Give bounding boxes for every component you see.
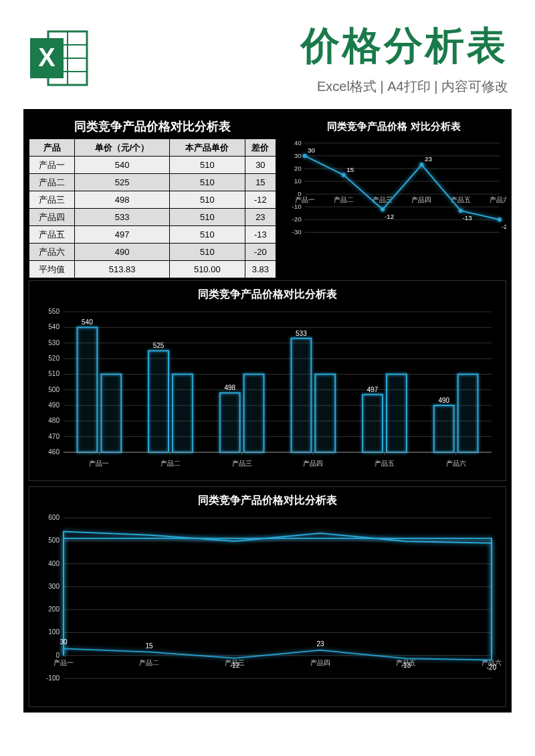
- svg-text:15: 15: [145, 642, 153, 650]
- svg-rect-83: [362, 395, 383, 452]
- svg-text:23: 23: [425, 155, 432, 163]
- page-header: X 价格分析表 Excel格式 | A4打印 | 内容可修改: [0, 0, 535, 109]
- svg-text:产品一: 产品一: [54, 659, 74, 666]
- svg-rect-70: [173, 374, 193, 452]
- footer-avg-price: 513.83: [75, 261, 169, 278]
- svg-text:500: 500: [48, 386, 60, 393]
- svg-text:540: 540: [48, 323, 60, 330]
- table-row: 产品五497510-13: [29, 226, 276, 244]
- svg-text:产品三: 产品三: [232, 460, 252, 467]
- svg-text:498: 498: [224, 384, 235, 391]
- svg-rect-80: [315, 374, 335, 452]
- svg-text:490: 490: [48, 401, 60, 409]
- svg-text:480: 480: [48, 417, 60, 424]
- svg-text:产品四: 产品四: [310, 659, 330, 666]
- svg-text:30: 30: [308, 147, 315, 154]
- svg-text:540: 540: [82, 318, 93, 326]
- svg-text:-30: -30: [292, 228, 302, 235]
- svg-rect-73: [220, 393, 240, 452]
- footer-label: 平均值: [29, 261, 75, 278]
- svg-rect-85: [387, 374, 407, 452]
- svg-text:300: 300: [48, 583, 60, 590]
- svg-text:-12: -12: [230, 662, 240, 669]
- svg-rect-63: [77, 327, 97, 452]
- svg-rect-88: [434, 405, 454, 452]
- svg-text:产品六: 产品六: [490, 195, 506, 203]
- svg-text:产品五: 产品五: [374, 460, 395, 467]
- svg-text:产品六: 产品六: [446, 460, 466, 467]
- svg-text:-12: -12: [385, 212, 394, 219]
- svg-text:产品一: 产品一: [295, 195, 315, 203]
- svg-text:520: 520: [48, 355, 60, 362]
- combo-chart-panel: 同类竞争产品价格对比分析表 -1000100200300400500600产品一…: [29, 486, 506, 707]
- svg-text:30: 30: [294, 151, 302, 159]
- svg-text:600: 600: [48, 514, 60, 521]
- svg-rect-78: [291, 339, 311, 452]
- svg-text:0: 0: [56, 652, 60, 659]
- document-body: 同类竞争产品价格对比分析表 产品 单价（元/个） 本产品单价 差价 产品一540…: [23, 109, 512, 713]
- table-row: 产品二52551015: [29, 174, 276, 191]
- svg-text:产品四: 产品四: [412, 195, 432, 203]
- page-title: 价格分析表: [107, 20, 508, 72]
- svg-point-29: [303, 153, 307, 157]
- svg-text:-100: -100: [46, 674, 60, 682]
- svg-rect-90: [458, 374, 478, 452]
- svg-text:产品二: 产品二: [334, 195, 354, 203]
- svg-text:497: 497: [367, 386, 379, 393]
- svg-text:-13: -13: [401, 662, 411, 669]
- svg-text:525: 525: [153, 342, 165, 349]
- line-chart-title: 同类竞争产品价格 对比分析表: [282, 114, 506, 136]
- svg-text:-20: -20: [292, 215, 302, 223]
- svg-text:100: 100: [48, 628, 60, 636]
- table-row: 产品六490510-20: [29, 244, 276, 261]
- svg-point-37: [459, 208, 463, 212]
- svg-text:产品一: 产品一: [89, 460, 109, 467]
- page-subtitle: Excel格式 | A4打印 | 内容可修改: [107, 78, 508, 96]
- svg-text:产品二: 产品二: [160, 460, 181, 467]
- svg-text:X: X: [38, 43, 56, 72]
- svg-point-35: [420, 163, 424, 167]
- data-table: 产品 单价（元/个） 本产品单价 差价 产品一54051030产品二525510…: [29, 138, 276, 278]
- bar-chart-panel: 同类竞争产品价格对比分析表 46047048049050051052053054…: [29, 280, 506, 481]
- svg-text:550: 550: [48, 308, 60, 315]
- col-product: 产品: [29, 139, 75, 157]
- footer-diff: 3.83: [245, 261, 276, 278]
- svg-text:460: 460: [48, 448, 60, 456]
- svg-text:500: 500: [48, 537, 60, 544]
- svg-point-33: [381, 207, 385, 211]
- svg-text:400: 400: [48, 560, 60, 567]
- svg-text:产品二: 产品二: [139, 659, 159, 666]
- svg-rect-75: [244, 374, 264, 452]
- svg-text:530: 530: [48, 339, 60, 347]
- svg-rect-68: [148, 351, 169, 452]
- svg-text:30: 30: [60, 638, 68, 646]
- svg-text:-20: -20: [502, 223, 506, 230]
- combo-chart-title: 同类竞争产品价格对比分析表: [29, 487, 506, 511]
- table-title: 同类竞争产品价格对比分析表: [29, 114, 276, 138]
- footer-our-price: 510.00: [169, 261, 245, 278]
- col-our-price: 本产品单价: [169, 139, 245, 157]
- svg-text:-13: -13: [463, 213, 473, 221]
- svg-text:200: 200: [48, 605, 60, 613]
- data-table-panel: 同类竞争产品价格对比分析表 产品 单价（元/个） 本产品单价 差价 产品一540…: [29, 114, 276, 275]
- table-row: 产品三498510-12: [29, 191, 276, 209]
- svg-point-31: [342, 173, 346, 177]
- svg-rect-65: [101, 374, 121, 452]
- svg-text:-10: -10: [292, 203, 302, 210]
- svg-text:-20: -20: [487, 664, 497, 671]
- svg-text:470: 470: [48, 433, 60, 440]
- bar-chart-title: 同类竞争产品价格对比分析表: [29, 281, 506, 305]
- svg-point-39: [498, 217, 502, 221]
- svg-text:10: 10: [294, 177, 302, 185]
- svg-text:533: 533: [296, 330, 307, 337]
- svg-text:20: 20: [294, 164, 302, 171]
- svg-text:15: 15: [346, 165, 354, 173]
- svg-text:510: 510: [48, 370, 60, 377]
- svg-text:490: 490: [438, 397, 449, 404]
- svg-text:23: 23: [316, 640, 324, 648]
- svg-text:产品四: 产品四: [303, 460, 323, 467]
- table-row: 产品四53351023: [29, 209, 276, 226]
- header-text: 价格分析表 Excel格式 | A4打印 | 内容可修改: [107, 20, 508, 96]
- table-row: 产品一54051030: [29, 157, 276, 174]
- diff-line-chart: 同类竞争产品价格 对比分析表 -30-20-10010203040产品一产品二产…: [282, 114, 506, 275]
